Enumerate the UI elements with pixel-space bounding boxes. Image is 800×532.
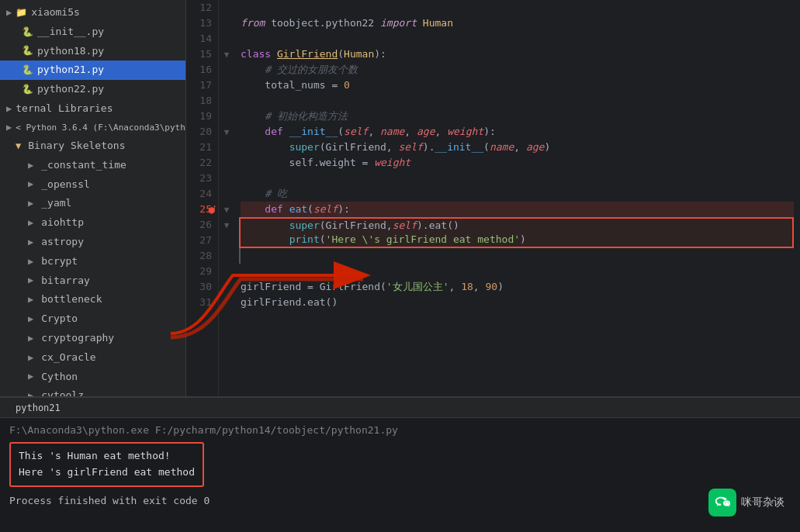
sidebar-item-openssl[interactable]: ▶ _openssl [0,175,185,195]
sidebar-item-label: cytoolz [41,388,84,396]
code-line-15: class GirlFriend(Human): [241,47,794,62]
py-icon: 🐍 [22,82,33,97]
breakpoint-line-num: 25 ● [192,202,212,217]
sidebar-item-cython[interactable]: ▶ Cython [0,368,185,387]
arrow-icon: ▶ [28,369,33,384]
code-content[interactable]: from toobject.python22 import Human clas… [234,0,800,396]
arrow-icon: ▶ [28,158,33,173]
terminal-tab: python21 [0,398,800,418]
py-icon: 🐍 [22,43,33,58]
code-line-23 [241,171,794,186]
arrow-icon: ▶ [28,389,33,396]
sidebar-item-binary-skeletons[interactable]: ▼ Binary Skeletons [0,136,185,156]
arrow-icon: ▶ [28,312,33,326]
sidebar-item-label: _yaml [41,195,71,212]
terminal-area: python21 F:\Anaconda3\python.exe F:/pych… [0,396,800,532]
sidebar-item-label: bitarray [41,273,90,289]
sidebar-item-label: _openssl [41,177,90,193]
code-container[interactable]: 12 13 14 15 16 17 18 19 20 21 22 23 24 2… [186,0,800,396]
arrow-icon: ▶ [28,196,33,211]
fold-markers: ▼ ▼ ▼ ↑ ▼ [219,0,234,396]
sidebar-item-bcrypt[interactable]: ▶ bcrypt [0,252,185,271]
code-line-27: print('Here \'s girlFriend eat method') [239,233,794,248]
wechat-badge: 咪哥杂谈 [708,489,784,516]
sidebar-item-xiaomi5s[interactable]: ▶ 📁 xiaomi5s [0,3,185,22]
sidebar-item-python22[interactable]: 🐍 python22.py [0,80,185,99]
arrow-icon: ▶ [28,216,33,230]
line-numbers: 12 13 14 15 16 17 18 19 20 21 22 23 24 2… [186,0,219,396]
terminal-content: F:\Anaconda3\python.exe F:/pycharm/pytho… [0,418,800,532]
sidebar-item-label: bottleneck [41,292,102,308]
main-area: ▶ 📁 xiaomi5s 🐍 __init__.py 🐍 python18.py… [0,0,800,396]
editor-area: 12 13 14 15 16 17 18 19 20 21 22 23 24 2… [186,0,800,396]
terminal-tab-label[interactable]: python21 [9,398,67,417]
sidebar-item-label: python21.py [37,62,104,78]
sidebar-item-libraries[interactable]: ▶ ternal Libraries [0,99,185,119]
code-line-21: super(GirlFriend, self).__init__(name, a… [241,140,794,155]
sidebar-item-label: cryptography [41,330,114,347]
sidebar-item-label: < Python 3.6.4 (F:\Anaconda3\python.exe)… [16,121,186,135]
arrow-icon: ▶ [28,292,33,307]
arrow-icon: ▶ [28,177,33,192]
py-icon: 🐍 [22,63,33,78]
code-line-14 [241,31,794,47]
arrow-icon: ▶ [28,273,33,288]
sidebar-item-cx-oracle[interactable]: ▶ cx_Oracle [0,348,185,368]
sidebar-item-label: python22.py [37,81,104,98]
arrow-icon: ▶ [28,351,33,365]
sidebar-item-yaml[interactable]: ▶ _yaml [0,194,185,213]
code-line-20: def __init__(self, name, age, weight): [241,124,794,140]
sidebar-item-label: _constant_time [41,157,126,174]
sidebar: ▶ 📁 xiaomi5s 🐍 __init__.py 🐍 python18.py… [0,0,186,396]
code-line-12 [241,0,794,16]
sidebar-item-cytoolz[interactable]: ▶ cytoolz [0,386,185,396]
sidebar-item-label: Crypto [41,311,78,327]
sidebar-item-label: Cython [41,369,78,385]
sidebar-item-bitarray[interactable]: ▶ bitarray [0,271,185,291]
sidebar-item-label: cx_Oracle [41,350,95,366]
code-line-18 [241,93,794,109]
sidebar-item-init[interactable]: 🐍 __init__.py [0,22,185,42]
sidebar-item-cryptography[interactable]: ▶ cryptography [0,329,185,348]
sidebar-item-astropy[interactable]: ▶ astropy [0,233,185,252]
sidebar-item-crypto[interactable]: ▶ Crypto [0,309,185,329]
sidebar-item-python18[interactable]: 🐍 python18.py [0,42,185,61]
arrow-icon: ▶ [6,102,12,116]
sidebar-item-label: bcrypt [41,254,78,270]
code-line-13: from toobject.python22 import Human [241,16,794,31]
terminal-cmd: F:\Anaconda3\python.exe F:/pycharm/pytho… [9,424,791,436]
arrow-icon: ▶ [6,120,12,135]
sidebar-item-label: aiohttp [41,215,84,231]
sidebar-item-bottleneck[interactable]: ▶ bottleneck [0,290,185,309]
sidebar-item-label: __init__.py [37,24,104,40]
arrow-icon: ▶ [28,331,33,346]
terminal-output-box: This 's Human eat method! Here 's girlFr… [9,442,204,487]
code-line-17: total_nums = 0 [241,78,794,93]
wechat-label: 咪哥杂谈 [741,496,784,510]
folder-icon: 📁 [16,5,27,20]
code-line-24: # 吃 [241,186,794,202]
sidebar-item-label: xiaomi5s [31,5,80,21]
terminal-output-line-2: Here 's girlFriend eat method [19,465,195,481]
arrow-icon: ▶ [6,5,12,20]
code-line-25: def eat(self): [241,202,794,217]
folder-open-icon: ▼ [16,139,21,154]
py-icon: 🐍 [22,25,33,40]
sidebar-item-label: astropy [41,234,84,250]
code-line-22: self.weight = weight [241,155,794,171]
code-line-16: # 交过的女朋友个数 [241,62,794,78]
sidebar-item-runtime[interactable]: ▶ < Python 3.6.4 (F:\Anaconda3\python.ex… [0,119,185,136]
code-line-31: girlFriend.eat() [241,295,794,310]
terminal-exit: Process finished with exit code 0 [9,495,791,506]
code-line-29 [241,264,794,279]
sidebar-item-python21[interactable]: 🐍 python21.py [0,60,185,80]
arrow-icon: ▶ [28,254,33,269]
code-line-19: # 初始化构造方法 [241,109,794,124]
code-line-28 [239,248,262,264]
sidebar-item-label: python18.py [37,43,104,60]
sidebar-item-label: Binary Skeletons [28,138,125,154]
sidebar-item-label: ternal Libraries [16,101,113,117]
code-line-30: girlFriend = GirlFriend('女儿国公主', 18, 90) [241,279,794,295]
sidebar-item-aiohttp[interactable]: ▶ aiohttp [0,213,185,233]
sidebar-item-constant-time[interactable]: ▶ _constant_time [0,156,185,175]
